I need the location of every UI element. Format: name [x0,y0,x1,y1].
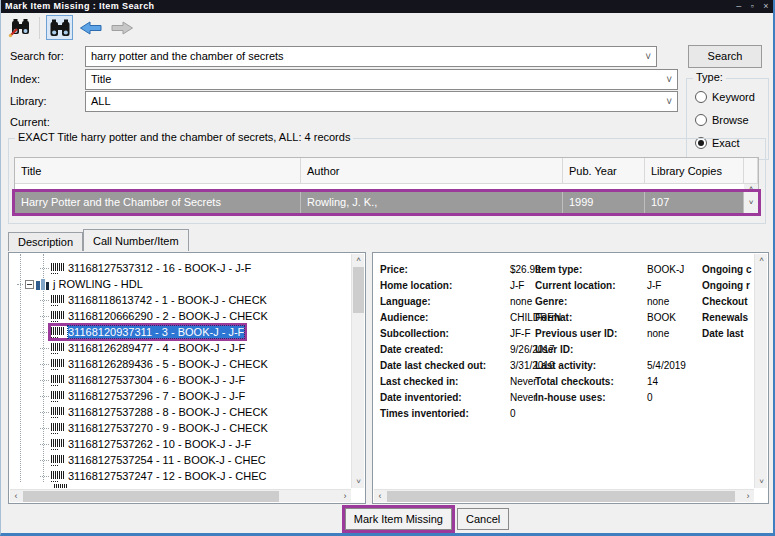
tree-item[interactable]: 31168120666290 - 2 - BOOK-J - CHECK [10,308,351,324]
detail-value: none [647,294,669,310]
tree-item[interactable]: 31168127537247 - 12 - BOOK-J - CHEC [10,468,351,484]
chevron-down-icon[interactable]: ˅ [666,70,672,89]
type-radio-option[interactable]: Browse [687,108,768,131]
tree-item[interactable]: 31168127537312 - 16 - BOOK-J - J-F [10,260,351,276]
details-horizontal-scrollbar[interactable]: ‹ › [374,489,754,502]
barcode-icon [51,263,65,274]
barcode-icon [51,295,65,306]
results-table-header: Title Author Pub. Year Library Copies [15,158,758,184]
radio-button-icon[interactable] [695,114,707,126]
scroll-down-button[interactable]: ˅ [744,192,758,213]
tree-item[interactable]: 31168127537262 - 10 - BOOK-J - J-F [10,436,351,452]
tree-item[interactable]: 31168126289477 - 4 - BOOK-J - J-F [10,340,351,356]
table-row-selected[interactable]: Harry Potter and the Chamber of Secrets … [15,192,758,213]
barcode-icon [51,407,65,418]
detail-label: Last activity: [535,360,596,371]
scrollbar-thumb[interactable] [23,491,279,502]
tree-item-label: 31168127537304 - 6 - BOOK-J - J-F [68,374,245,386]
cell-author: Rowling, J. K., [301,192,563,213]
detail-row: Total checkouts: 14 [535,374,725,390]
tree-connector [40,396,49,397]
title-bar: Mark Item Missing : Item Search – ▫ × [0,0,775,13]
tree-item[interactable]: 31168126289436 - 5 - BOOK-J - CHECK [10,356,351,372]
detail-row: Date last [702,326,754,342]
close-button[interactable]: × [763,0,769,13]
collapse-expander-icon[interactable] [25,280,34,289]
table-row[interactable]: Гарри Поттер и Тайная комната = Harry Po… [15,184,758,192]
tree-item[interactable]: 31168127537304 - 6 - BOOK-J - J-F [10,372,351,388]
tree-horizontal-scrollbar[interactable]: ‹ › [10,489,351,502]
tree-item[interactable]: j ROWLING - HDL [10,276,351,292]
library-combobox[interactable]: ALL ˅ [85,91,678,112]
radio-button-icon[interactable] [695,91,707,103]
column-header-author[interactable]: Author [301,158,563,184]
tree-item-label: 31168127537262 - 10 - BOOK-J - J-F [68,438,251,450]
scroll-right-button[interactable]: › [339,490,351,503]
details-vertical-scrollbar[interactable]: ˄ ˅ [754,254,767,488]
tree-item[interactable]: 31168118613742 - 1 - BOOK-J - CHECK [10,292,351,308]
cancel-button[interactable]: Cancel [457,508,509,530]
tree-item[interactable]: 31168127537254 - 11 - BOOK-J - CHEC [10,452,351,468]
detail-label: Current location: [535,280,616,291]
barcode-icon [54,484,68,488]
minimize-button[interactable]: – [736,0,741,13]
detail-row: User ID: [535,342,725,358]
chevron-down-icon[interactable]: ˅ [645,47,651,66]
mark-item-missing-wizard-icon[interactable] [6,15,33,40]
column-header-library-copies[interactable]: Library Copies [645,158,744,184]
index-combobox[interactable]: Title ˅ [85,69,678,90]
scroll-down-button[interactable]: ˅ [352,476,365,488]
detail-value: BOOK-J [647,262,684,278]
tree-item-content: 31168127537312 - 16 - BOOK-J - J-F [51,262,251,274]
scroll-right-button[interactable]: › [742,490,754,503]
mark-item-missing-button[interactable]: Mark Item Missing [345,508,452,530]
detail-label: Renewals [702,312,748,323]
details-column-2: Item type: BOOK-J Current location: J-F … [535,262,725,406]
tree-item-content: 31168127537247 - 12 - BOOK-J - CHEC [51,470,267,482]
tree-item[interactable]: 31168127537296 - 7 - BOOK-J - J-F [10,388,351,404]
results-groupbox: EXACT Title harry potter and the chamber… [8,138,766,224]
detail-label: Ongoing c [702,264,751,275]
search-button[interactable]: Search [688,45,762,68]
column-header-title[interactable]: Title [15,158,301,184]
tab-call-number-item[interactable]: Call Number/Item [83,229,189,251]
column-header-pub-year[interactable]: Pub. Year [563,158,645,184]
tree-item-label: 31168127537247 - 12 - BOOK-J - CHEC [68,470,267,482]
back-arrow-icon[interactable] [77,15,104,40]
scroll-up-button[interactable]: ˄ [755,254,768,266]
detail-label: Times inventoried: [380,408,469,419]
tree-item[interactable]: 31168127537288 - 8 - BOOK-J - CHECK [10,404,351,420]
type-radio-option[interactable]: Keyword [687,85,768,108]
search-for-combobox[interactable]: harry potter and the chamber of secrets … [85,46,657,67]
barcode-icon [51,327,65,338]
scroll-left-button[interactable]: ‹ [374,490,386,503]
index-value: Title [91,73,111,85]
maximize-button[interactable]: ▫ [751,0,755,13]
tree-item-label: 31168127537312 - 16 - BOOK-J - J-F [68,262,251,274]
tree-item-content: 31168120666290 - 2 - BOOK-J - CHECK [51,310,268,322]
scroll-left-button[interactable]: ‹ [10,490,22,503]
detail-row: Ongoing c [702,262,754,278]
scrollbar-thumb[interactable] [387,491,735,502]
tree-vertical-scrollbar[interactable]: ˄ ˅ [351,254,364,488]
scroll-up-button[interactable]: ˄ [744,184,758,192]
scrollbar-corner [744,158,758,184]
tree-item-label: 31168118613742 - 1 - BOOK-J - CHECK [68,294,267,306]
scroll-up-button[interactable]: ˄ [352,254,365,266]
detail-row: Checkout [702,294,754,310]
tree-item[interactable]: 31168120937311 - 3 - BOOK-J - J-F [10,324,351,340]
detail-label: Audience: [380,312,428,323]
chevron-down-icon[interactable]: ˅ [666,92,672,111]
detail-label: Date created: [380,344,443,355]
tree-item-label: 31168127537296 - 7 - BOOK-J - J-F [68,390,245,402]
tree-item[interactable]: 31168127537270 - 9 - BOOK-J - CHECK [10,420,351,436]
item-search-icon[interactable] [46,15,73,40]
tree-connector [40,444,49,445]
tree-item-content: 31168127537262 - 10 - BOOK-J - J-F [51,438,251,450]
tab-description[interactable]: Description [8,232,83,251]
scroll-down-button[interactable]: ˅ [755,476,768,488]
scrollbar-thumb[interactable] [353,267,364,313]
tree-item-content: 31168127537254 - 11 - BOOK-J - CHEC [51,454,266,466]
forward-arrow-icon[interactable] [108,15,135,40]
tree-item-content: j ROWLING - HDL [53,278,143,290]
